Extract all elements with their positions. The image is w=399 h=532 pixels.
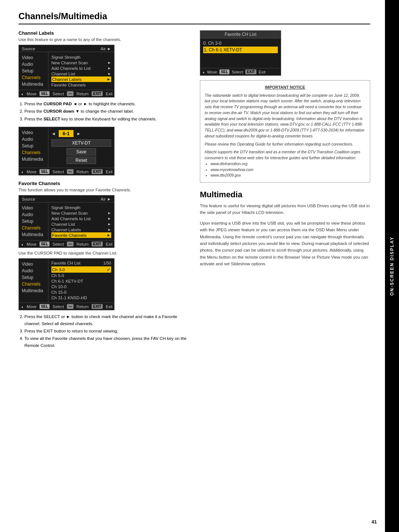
fav-list-sel-badge: SEL bbox=[219, 69, 229, 74]
menu3-inner: Video Audio Setup Channels Multimedia Si… bbox=[19, 202, 114, 240]
menu3-left-audio: Audio bbox=[22, 211, 45, 218]
side-tab-text: ON-SCREEN DISPLAY bbox=[389, 236, 395, 296]
fav-display-item-1: 1. Ch 6-1 XETV-DT bbox=[203, 47, 278, 53]
fav-instr-step4: To view all the Favorite channels that y… bbox=[24, 335, 189, 349]
menu3-add-ch: Add Channels to List ► bbox=[51, 216, 111, 221]
menu3-left-video: Video bbox=[22, 205, 45, 211]
menu1-right: Signal Strength New Channel Scan ► Add C… bbox=[48, 52, 114, 90]
menu3-exit-badge: EXIT bbox=[92, 242, 103, 246]
instr1-step1: Press the CURSOR PAD ◄ or ► to highlight… bbox=[24, 100, 189, 107]
menu1-select-label: Select bbox=[52, 92, 64, 96]
menu2-edit-area: ◄ 6-1 ► XETV-DT Save Reset bbox=[48, 127, 114, 168]
menu3-new-scan: New Channel Scan ► bbox=[51, 210, 111, 216]
notice-para3: Hitachi supports the DTV transition and … bbox=[205, 149, 365, 161]
menu4-ch-6-1: Ch 6-1 XETV-DT bbox=[51, 278, 111, 284]
important-notice-box: IMPORTANT NOTICE The nationwide switch t… bbox=[200, 80, 370, 183]
favorite-channels-desc: This function allows you to manage your … bbox=[18, 188, 189, 192]
right-column: Favorite CH List 0. Ch 3-0 1. Ch 6-1 XET… bbox=[200, 30, 370, 353]
menu1-return-label: Return bbox=[76, 92, 89, 96]
menu1-left-multimedia: Multimedia bbox=[22, 81, 45, 88]
menu2-move-label: Move bbox=[27, 170, 37, 174]
channel-labels-menu2: Video Audio Setup Channels Multimedia ◄ … bbox=[18, 127, 115, 175]
menu1-channel-list: Channel List ► bbox=[51, 71, 111, 76]
menu4-inner: Video Audio Setup Channels Multimedia Fa… bbox=[19, 259, 114, 303]
two-col-layout: Channel Labels Use this feature to give … bbox=[18, 30, 370, 353]
notice-para2: Please review this Operating Guide for f… bbox=[205, 141, 365, 147]
menu3-move-icon: ⬧ bbox=[21, 242, 24, 246]
menu4-sel-badge: SEL bbox=[40, 304, 50, 309]
fav-ch-list-display: Favorite CH List 0. Ch 3-0 1. Ch 6-1 XET… bbox=[200, 30, 281, 76]
menu2-exit-badge: EXIT bbox=[92, 169, 103, 174]
menu4-exit-badge: EXIT bbox=[92, 304, 103, 309]
favorite-channels-title: Favorite Channels bbox=[18, 181, 189, 186]
menu4-ch-3-0-label: Ch 3-0 bbox=[52, 267, 65, 272]
menu2-left-setup: Setup bbox=[22, 143, 45, 149]
menu2-return-badge: — bbox=[67, 169, 74, 174]
multimedia-para2: Upon inserting a USB drive into the USB … bbox=[200, 220, 370, 267]
menu3-ch-labels: Channel Labels ► bbox=[51, 227, 111, 232]
menu4-video: Video bbox=[22, 261, 45, 267]
menu4-select-label: Select bbox=[52, 304, 64, 309]
menu4-exit-label: Exit bbox=[106, 304, 112, 309]
menu3-left-multimedia: Multimedia bbox=[22, 231, 45, 238]
channel-labels-desc: Use this feature to give a name to any o… bbox=[18, 37, 189, 42]
menu1-new-channel-scan: New Channel Scan ► bbox=[51, 60, 111, 65]
menu1-left-video: Video bbox=[22, 54, 45, 61]
menu3-return-badge: — bbox=[67, 242, 74, 246]
menu1-move-label: Move bbox=[27, 92, 37, 96]
menu1-signal-strength: Signal Strength bbox=[51, 54, 111, 60]
menu2-ch-value: 6-1 bbox=[59, 130, 74, 137]
notice-para1: The nationwide switch to digital televis… bbox=[205, 93, 365, 139]
content-area: Channels/Multimedia Channel Labels Use t… bbox=[0, 0, 385, 532]
menu3-signal: Signal Strength bbox=[51, 205, 111, 210]
menu2-ch-row: ◄ 6-1 ► bbox=[51, 130, 111, 137]
page-title: Channels/Multimedia bbox=[18, 11, 370, 24]
menu4-multimedia: Multimedia bbox=[22, 287, 45, 294]
page-number: 41 bbox=[372, 519, 377, 525]
menu3-move-label: Move bbox=[27, 242, 37, 246]
left-column: Channel Labels Use this feature to give … bbox=[18, 30, 189, 353]
fav-list-exit-badge: EXIT bbox=[245, 69, 256, 74]
menu3-left-setup: Setup bbox=[22, 218, 45, 225]
menu4-checkmark: ✓ bbox=[107, 267, 110, 272]
instr1-step2: Press the CURSOR down ▼ to change the ch… bbox=[24, 108, 189, 115]
menu3-air: Air ► bbox=[100, 197, 111, 201]
menu4-move-icon: ⬧ bbox=[21, 304, 24, 309]
menu4-left: Video Audio Setup Channels Multimedia bbox=[19, 259, 48, 303]
menu1-left-setup: Setup bbox=[22, 68, 45, 74]
side-tab: ON-SCREEN DISPLAY bbox=[385, 0, 399, 532]
menu2-move-icon: ⬧ bbox=[21, 170, 24, 174]
channel-labels-instructions: Press the CURSOR PAD ◄ or ► to highlight… bbox=[18, 100, 189, 122]
menu3-right: Signal Strength New Channel Scan ► Add C… bbox=[48, 202, 114, 240]
menu2-ch-label: XETV-DT bbox=[51, 139, 111, 147]
menu2-footer: ⬧ Move SEL Select — Return EXIT Exit bbox=[19, 168, 114, 175]
menu1-add-channels: Add Channels to List ► bbox=[51, 65, 111, 71]
menu2-right-arrow: ► bbox=[76, 131, 81, 136]
menu1-left: Video Audio Setup Channels Multimedia bbox=[19, 52, 48, 90]
menu4-return-label: Return bbox=[76, 304, 89, 309]
fav-list-items: 0. Ch 3-0 1. Ch 6-1 XETV-DT bbox=[200, 38, 281, 68]
menu1-return-badge: — bbox=[67, 91, 74, 96]
notice-link-1: www.dtvtransition.org bbox=[211, 161, 365, 167]
menu4-right: Favorite CH List 1/50 Ch 3-0 ✓ Ch 5-0 Ch… bbox=[48, 259, 114, 303]
instr1-step3: Press the SELECT key to show the Keyboar… bbox=[24, 116, 189, 122]
menu4-ch-15-0: Ch 15-0 bbox=[51, 289, 111, 295]
menu4-setup: Setup bbox=[22, 274, 45, 281]
favorite-channels-menu3: Source Air ► Video Audio Setup Channels … bbox=[18, 195, 115, 248]
menu3-source: Source bbox=[22, 197, 35, 201]
menu1-exit-label: Exit bbox=[106, 92, 112, 96]
channel-labels-menu1: Source Air ► Video Audio Setup Channels … bbox=[18, 45, 115, 98]
menu4-ch-5-0: Ch 5-0 bbox=[51, 273, 111, 278]
menu1-left-audio: Audio bbox=[22, 61, 45, 68]
fav-list-exit-label: Exit bbox=[259, 70, 265, 74]
main-container: Channels/Multimedia Channel Labels Use t… bbox=[0, 0, 399, 532]
menu3-ch-list: Channel List ► bbox=[51, 221, 111, 227]
menu2-save-btn: Save bbox=[66, 148, 96, 156]
notice-links-list: www.dtvtransition.org www.myceknowhow.co… bbox=[205, 161, 365, 178]
notice-title: IMPORTANT NOTICE bbox=[205, 84, 365, 91]
favorite-ch-list-menu4: Video Audio Setup Channels Multimedia Fa… bbox=[18, 258, 115, 310]
menu2-left-audio: Audio bbox=[22, 136, 45, 143]
menu1-left-channels: Channels bbox=[22, 74, 45, 81]
menu3-left: Video Audio Setup Channels Multimedia bbox=[19, 202, 48, 240]
menu2-left-multimedia: Multimedia bbox=[22, 156, 45, 163]
